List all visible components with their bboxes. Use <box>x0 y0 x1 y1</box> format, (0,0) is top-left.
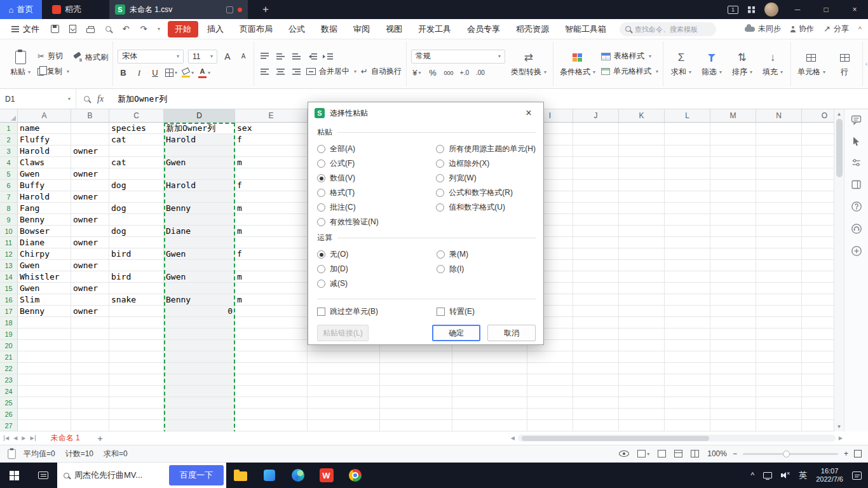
cell-M8[interactable] <box>710 203 756 214</box>
name-box[interactable]: D1 ▾ <box>0 89 76 109</box>
cell-E7[interactable] <box>235 191 308 203</box>
cell-J20[interactable] <box>573 340 619 351</box>
cell-A16[interactable]: Slim <box>18 294 71 306</box>
cell-K11[interactable] <box>619 237 665 248</box>
window-manager-icon[interactable]: 1 <box>728 6 738 14</box>
cell-L15[interactable] <box>665 283 710 294</box>
cell-E17[interactable] <box>235 306 308 317</box>
horizontal-scrollbar[interactable] <box>518 435 836 442</box>
zoom-slider-thumb[interactable] <box>783 451 790 458</box>
cell-O6[interactable] <box>802 180 834 191</box>
cell-A10[interactable]: Bowser <box>18 226 71 237</box>
cell-O12[interactable] <box>802 248 834 260</box>
cell-D16[interactable]: Benny <box>164 294 235 306</box>
sort-button[interactable]: ⇅ 排序▾ <box>729 50 756 78</box>
cell-M12[interactable] <box>710 248 756 260</box>
font-size-select[interactable]: 11 ▾ <box>188 50 217 64</box>
cell-D17[interactable]: 0 <box>164 306 235 317</box>
cell-D10[interactable]: Diane <box>164 226 235 237</box>
cell-E5[interactable] <box>235 168 308 180</box>
cell-N3[interactable] <box>756 146 802 157</box>
cell-E20[interactable] <box>235 340 308 351</box>
decrease-decimal-button[interactable]: .00 <box>475 67 486 79</box>
cell-O24[interactable] <box>802 386 834 397</box>
align-middle-button[interactable] <box>275 51 286 62</box>
cell-F27[interactable] <box>308 420 380 431</box>
cell-B12[interactable] <box>71 248 109 260</box>
cell-L16[interactable] <box>665 294 710 306</box>
cell-N2[interactable] <box>756 134 802 146</box>
cell-L4[interactable] <box>665 157 710 168</box>
column-header-A[interactable]: A <box>18 109 71 123</box>
cell-D26[interactable] <box>164 409 235 420</box>
cell-L7[interactable] <box>665 191 710 203</box>
menu-tab-5[interactable]: 数据 <box>314 21 344 37</box>
cell-B1[interactable] <box>71 123 109 134</box>
row-header-7[interactable]: 7 <box>0 191 18 203</box>
cell-C2[interactable]: cat <box>109 134 164 146</box>
cell-L12[interactable] <box>665 248 710 260</box>
row-header-1[interactable]: 1 <box>0 123 18 134</box>
action-center-icon[interactable] <box>852 471 862 480</box>
cell-N21[interactable] <box>756 351 802 363</box>
cell-A3[interactable]: Harold <box>18 146 71 157</box>
cell-B22[interactable] <box>71 363 109 374</box>
cell-D14[interactable]: Gwen <box>164 271 235 283</box>
cell-A27[interactable] <box>18 420 71 431</box>
ok-button[interactable]: 确定 <box>432 325 480 341</box>
radio-option[interactable]: 全部(A) <box>317 142 436 156</box>
radio-option[interactable]: 所有使用源主题的单元(H) <box>436 142 536 156</box>
align-left-button[interactable] <box>259 66 270 78</box>
row-header-16[interactable]: 16 <box>0 294 18 306</box>
taskbar-search[interactable]: 百度一下 <box>57 463 226 488</box>
cell-O13[interactable] <box>802 260 834 271</box>
cell-A24[interactable] <box>18 386 71 397</box>
cell-O19[interactable] <box>802 329 834 340</box>
customer-service-icon[interactable] <box>851 223 862 234</box>
cell-M14[interactable] <box>710 271 756 283</box>
cell-A11[interactable]: Diane <box>18 237 71 248</box>
file-menu-button[interactable]: 文件 <box>6 24 44 35</box>
print-button[interactable] <box>85 24 95 34</box>
cell-B23[interactable] <box>71 374 109 386</box>
cell-L3[interactable] <box>665 146 710 157</box>
cell-I25[interactable] <box>527 397 573 409</box>
cell-J25[interactable] <box>573 397 619 409</box>
cell-N13[interactable] <box>756 260 802 271</box>
cell-J23[interactable] <box>573 374 619 386</box>
cell-K2[interactable] <box>619 134 665 146</box>
cell-D21[interactable] <box>164 351 235 363</box>
cell-C25[interactable] <box>109 397 164 409</box>
row-header-6[interactable]: 6 <box>0 180 18 191</box>
cell-D5[interactable] <box>164 168 235 180</box>
command-search[interactable] <box>620 22 716 36</box>
row-header-8[interactable]: 8 <box>0 203 18 214</box>
cell-O9[interactable] <box>802 214 834 226</box>
cell-M5[interactable] <box>710 168 756 180</box>
cell-J2[interactable] <box>573 134 619 146</box>
cell-K18[interactable] <box>619 317 665 329</box>
menu-tab-10[interactable]: 稻壳资源 <box>509 21 556 37</box>
cell-N12[interactable] <box>756 248 802 260</box>
cell-style-button[interactable]: 单元格样式 ▾ <box>601 66 658 77</box>
cell-B16[interactable] <box>71 294 109 306</box>
font-color-button[interactable]: A▾ <box>198 67 210 79</box>
cell-N25[interactable] <box>756 397 802 409</box>
cell-C15[interactable] <box>109 283 164 294</box>
cell-D6[interactable]: Harold <box>164 180 235 191</box>
checkbox-option[interactable]: 跳过空单元(B) <box>317 304 437 319</box>
cell-C18[interactable] <box>109 317 164 329</box>
zoom-out-button[interactable]: − <box>733 449 737 458</box>
cell-E8[interactable]: m <box>235 203 308 214</box>
sync-status-button[interactable]: 未同步 <box>745 24 781 34</box>
cell-L10[interactable] <box>665 226 710 237</box>
underline-button[interactable]: U <box>149 67 161 79</box>
italic-button[interactable]: I <box>133 67 145 79</box>
cell-N8[interactable] <box>756 203 802 214</box>
cell-L13[interactable] <box>665 260 710 271</box>
cell-K14[interactable] <box>619 271 665 283</box>
cell-A7[interactable]: Harold <box>18 191 71 203</box>
row-header-15[interactable]: 15 <box>0 283 18 294</box>
row-header-10[interactable]: 10 <box>0 226 18 237</box>
sum-button[interactable]: Σ 求和▾ <box>668 50 695 78</box>
